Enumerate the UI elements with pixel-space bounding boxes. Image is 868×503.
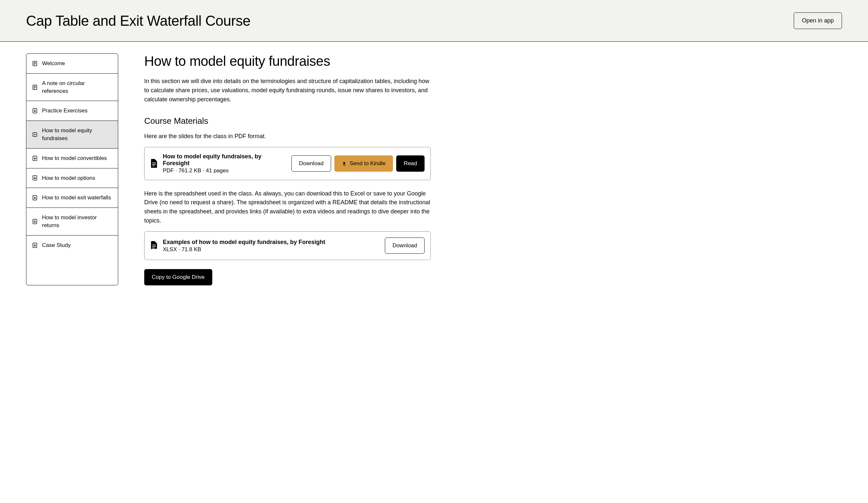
document-icon xyxy=(32,85,38,90)
sidebar-item-how-to-model-equity-fundraises[interactable]: How to model equity fundraises xyxy=(27,121,118,149)
download-icon xyxy=(32,156,38,161)
document-icon xyxy=(32,61,38,66)
file-icon xyxy=(151,241,157,250)
sidebar: WelcomeA note on circular referencesPrac… xyxy=(26,53,118,285)
download-icon xyxy=(32,219,38,224)
open-in-app-button[interactable]: Open in app xyxy=(794,12,842,29)
sidebar-item-a-note-on-circular-references[interactable]: A note on circular references xyxy=(27,74,118,101)
material-title: Examples of how to model equity fundrais… xyxy=(163,239,380,245)
sidebar-item-label: How to model equity fundraises xyxy=(42,127,112,142)
read-button[interactable]: Read xyxy=(396,155,425,172)
sidebar-item-welcome[interactable]: Welcome xyxy=(27,54,118,74)
sidebar-item-label: How to model exit waterfalls xyxy=(42,194,111,202)
page-title: How to model equity fundraises xyxy=(144,53,431,69)
material-actions: Download xyxy=(385,238,425,254)
material-title: How to model equity fundraises, by Fores… xyxy=(163,153,286,167)
copy-to-drive-button[interactable]: Copy to Google Drive xyxy=(144,269,212,285)
sidebar-item-how-to-model-convertibles[interactable]: How to model convertibles xyxy=(27,149,118,169)
kindle-label: Send to Kindle xyxy=(350,160,386,167)
sidebar-item-how-to-model-options[interactable]: How to model options xyxy=(27,169,118,188)
material-meta: XLSX · 71.8 KB xyxy=(163,246,380,253)
amazon-icon xyxy=(342,161,347,166)
download-button[interactable]: Download xyxy=(385,238,425,254)
course-title: Cap Table and Exit Waterfall Course xyxy=(26,13,250,29)
sidebar-item-how-to-model-investor-returns[interactable]: How to model investor returns xyxy=(27,208,118,235)
header: Cap Table and Exit Waterfall Course Open… xyxy=(0,0,868,42)
download-icon xyxy=(32,243,38,248)
file-icon xyxy=(151,159,157,168)
download-icon xyxy=(32,195,38,200)
sidebar-item-label: How to model convertibles xyxy=(42,154,107,162)
sidebar-item-label: Case Study xyxy=(42,241,71,249)
svg-marker-11 xyxy=(34,133,36,135)
download-icon xyxy=(32,175,38,181)
send-to-kindle-button[interactable]: Send to Kindle xyxy=(334,155,393,172)
sidebar-item-how-to-model-exit-waterfalls[interactable]: How to model exit waterfalls xyxy=(27,188,118,208)
spreadsheet-intro: Here is the spreadsheet used in the clas… xyxy=(144,189,431,226)
material-meta: PDF · 761.2 KB · 41 pages xyxy=(163,168,286,174)
sidebar-item-label: Practice Exercises xyxy=(42,107,87,115)
sidebar-item-label: Welcome xyxy=(42,60,65,68)
play-icon xyxy=(32,132,38,137)
pdf-material-card: How to model equity fundraises, by Fores… xyxy=(144,147,431,180)
materials-intro: Here are the slides for the class in PDF… xyxy=(144,132,431,141)
sidebar-item-label: How to model investor returns xyxy=(42,214,112,229)
materials-heading: Course Materials xyxy=(144,116,431,126)
main-content: How to model equity fundraises In this s… xyxy=(144,53,431,285)
sidebar-item-case-study[interactable]: Case Study xyxy=(27,235,118,255)
download-icon xyxy=(32,108,38,113)
xlsx-material-card: Examples of how to model equity fundrais… xyxy=(144,231,431,260)
sidebar-item-practice-exercises[interactable]: Practice Exercises xyxy=(27,101,118,121)
material-actions: Download Send to Kindle Read xyxy=(291,155,425,172)
content-wrapper: WelcomeA note on circular referencesPrac… xyxy=(0,42,868,297)
sidebar-item-label: A note on circular references xyxy=(42,80,112,95)
sidebar-item-label: How to model options xyxy=(42,174,95,182)
intro-text: In this section we will dive into detail… xyxy=(144,77,431,104)
download-button[interactable]: Download xyxy=(291,155,331,172)
material-info: Examples of how to model equity fundrais… xyxy=(163,239,380,253)
material-info: How to model equity fundraises, by Fores… xyxy=(163,153,286,174)
